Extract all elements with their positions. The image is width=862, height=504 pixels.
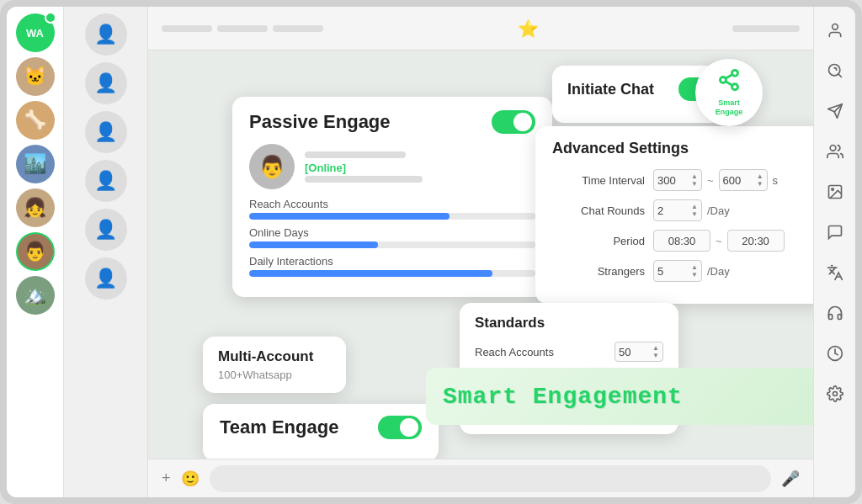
initiate-chat-title: Initiate Chat xyxy=(567,81,654,98)
arrow-down[interactable]: ▼ xyxy=(691,181,698,188)
chat-list: 👤 👤 👤 👤 👤 👤 xyxy=(64,7,148,497)
strangers-row: Strangers 5 ▲ ▼ /Day xyxy=(552,260,813,282)
svg-point-17 xyxy=(831,188,833,191)
arrow-up-4[interactable]: ▲ xyxy=(691,264,698,271)
passive-engage-title: Passive Engage xyxy=(249,111,391,133)
arrow-down-2[interactable]: ▼ xyxy=(757,181,764,188)
team-engage-title-row: Team Engage xyxy=(220,416,422,439)
chat-header: ⭐ xyxy=(148,7,813,50)
header-dots xyxy=(162,25,323,32)
time-interval-min-input[interactable]: 300 ▲ ▼ xyxy=(653,169,702,191)
strangers-arrows[interactable]: ▲ ▼ xyxy=(691,264,698,279)
chat-list-item-6[interactable]: 👤 xyxy=(85,257,127,300)
standards-title: Standards xyxy=(475,315,663,332)
avatar-1[interactable]: 🐱 xyxy=(16,57,55,96)
reach-accounts-row: Reach Accounts xyxy=(249,198,535,220)
tilde-1: ~ xyxy=(707,174,714,187)
header-dot-1 xyxy=(162,25,212,32)
multi-account-subtitle: 100+Whatsapp xyxy=(218,369,331,381)
header-dot-2 xyxy=(217,25,268,32)
right-icon-send[interactable] xyxy=(822,98,849,125)
arrow-up-2[interactable]: ▲ xyxy=(757,173,764,180)
period-start-input[interactable]: 08:30 xyxy=(653,230,710,252)
chat-list-item-3[interactable]: 👤 xyxy=(85,111,127,153)
strangers-unit: /Day xyxy=(707,265,730,278)
emoji-icon[interactable]: 🙂 xyxy=(181,470,200,488)
chat-rounds-arrows[interactable]: ▲ ▼ xyxy=(691,204,698,218)
arrow-down-5[interactable]: ▼ xyxy=(652,353,659,359)
logo-text: SmartEngage xyxy=(716,98,743,117)
left-sidebar: WA 🐱 🦴 🏙️ 👧 👨 🏔️ xyxy=(7,7,64,497)
right-icon-image[interactable] xyxy=(822,178,849,205)
period-row: Period 08:30 ~ 20:30 xyxy=(552,230,813,252)
reach-accounts-bar xyxy=(249,213,450,220)
tilde-2: ~ xyxy=(716,235,722,247)
daily-interactions-bar xyxy=(249,270,492,277)
chat-list-item-2[interactable]: 👤 xyxy=(85,62,127,104)
right-icon-settings[interactable] xyxy=(822,380,849,407)
avatar-4[interactable]: 👧 xyxy=(16,188,55,227)
reach-accounts-bar-bg xyxy=(249,213,535,220)
svg-point-15 xyxy=(830,146,836,151)
team-engage-title: Team Engage xyxy=(220,416,338,438)
chat-input-bar: + 🙂 🎤 xyxy=(148,459,813,497)
logo-share-icon xyxy=(717,68,741,97)
right-sidebar xyxy=(813,7,855,497)
avatar-2[interactable]: 🦴 xyxy=(16,101,55,140)
chat-list-item-1[interactable]: 👤 xyxy=(85,13,127,56)
passive-engage-toggle[interactable] xyxy=(492,110,535,134)
chat-messages: Passive Engage 👨 [Online] Reach Accounts xyxy=(148,50,813,459)
chat-area: ⭐ Passive Engage 👨 [Online] xyxy=(148,7,813,497)
arrow-down-4[interactable]: ▼ xyxy=(691,272,698,279)
add-icon[interactable]: + xyxy=(162,470,171,487)
chat-rounds-input[interactable]: 2 ▲ ▼ xyxy=(653,199,702,221)
period-end-input[interactable]: 20:30 xyxy=(727,230,785,252)
arrow-up[interactable]: ▲ xyxy=(691,173,698,180)
std-reach-arrows[interactable]: ▲ ▼ xyxy=(652,345,659,359)
avatar-3[interactable]: 🏙️ xyxy=(16,145,55,183)
std-reach-input[interactable]: 50 ▲ ▼ xyxy=(615,342,663,362)
right-icon-person[interactable] xyxy=(822,17,849,44)
profile-name-bar xyxy=(305,151,406,158)
chat-input-field[interactable] xyxy=(210,465,771,492)
arrow-up-3[interactable]: ▲ xyxy=(691,204,698,210)
strangers-input[interactable]: 5 ▲ ▼ xyxy=(653,260,702,282)
daily-interactions-label: Daily Interactions xyxy=(249,255,535,268)
mic-icon[interactable]: 🎤 xyxy=(781,470,800,488)
avatar-6[interactable]: 🏔️ xyxy=(16,276,55,315)
chat-rounds-row: Chat Rounds 2 ▲ ▼ /Day xyxy=(552,199,813,221)
std-reach-row: Reach Accounts 50 ▲ ▼ xyxy=(475,342,663,362)
chat-list-item-4[interactable]: 👤 xyxy=(85,160,127,202)
right-icon-search-person[interactable] xyxy=(822,57,849,84)
team-engage-card: Team Engage xyxy=(203,404,439,459)
smart-banner: Smart Engagement xyxy=(426,368,813,425)
right-icon-headset[interactable] xyxy=(822,300,849,326)
time-interval-max-arrows[interactable]: ▲ ▼ xyxy=(757,173,764,188)
arrow-up-5[interactable]: ▲ xyxy=(652,345,659,352)
profile-sub-bar xyxy=(305,176,423,183)
right-icon-chat[interactable] xyxy=(822,219,849,246)
time-interval-label: Time Interval xyxy=(552,174,645,187)
time-interval-max-input[interactable]: 600 ▲ ▼ xyxy=(719,169,768,191)
right-icon-group[interactable] xyxy=(822,138,849,165)
strangers-label: Strangers xyxy=(552,265,645,278)
wa-logo[interactable]: WA xyxy=(16,13,55,52)
online-days-bar-bg xyxy=(249,241,535,248)
avatar-5[interactable]: 👨 xyxy=(16,232,55,271)
online-label: [Online] xyxy=(305,162,535,174)
chat-rounds-unit: /Day xyxy=(707,204,730,217)
std-reach-label: Reach Accounts xyxy=(475,346,554,358)
time-unit: s xyxy=(773,174,779,187)
time-interval-min-arrows[interactable]: ▲ ▼ xyxy=(691,173,698,188)
arrow-down-3[interactable]: ▼ xyxy=(691,211,698,218)
chat-list-item-5[interactable]: 👤 xyxy=(85,209,127,251)
period-label: Period xyxy=(552,235,645,247)
header-dot-3 xyxy=(273,25,323,32)
multi-account-card: Multi-Account 100+Whatsapp xyxy=(203,337,346,393)
right-icon-translate[interactable] xyxy=(822,259,849,286)
profile-row: 👨 [Online] xyxy=(249,144,535,189)
smart-banner-text: Smart Engagement xyxy=(443,384,683,410)
svg-line-9 xyxy=(726,75,732,79)
team-engage-toggle[interactable] xyxy=(378,416,422,439)
right-icon-clock[interactable] xyxy=(822,340,849,367)
